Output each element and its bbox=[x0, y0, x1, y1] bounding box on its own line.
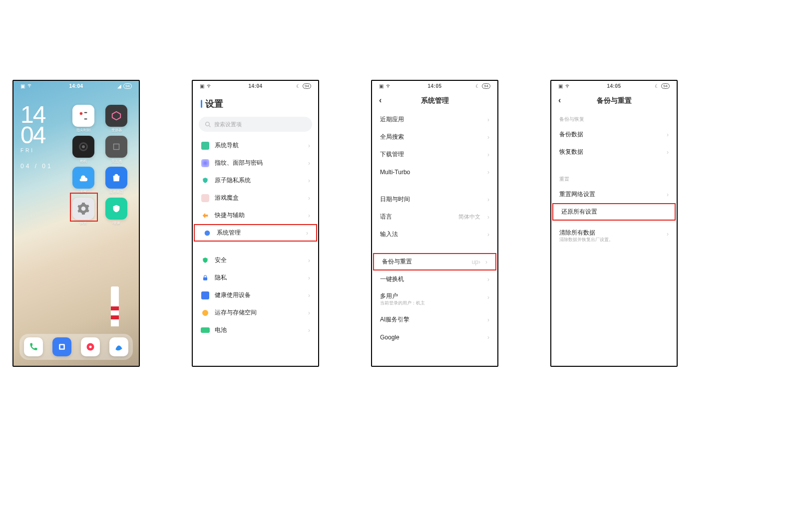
svg-rect-13 bbox=[203, 277, 207, 280]
row-ai-engine[interactable]: AI服务引擎› bbox=[372, 311, 497, 328]
row-erase-all-data[interactable]: 清除所有数据 › 清除数据并恢复出厂设置。 bbox=[551, 225, 677, 248]
signal-icon: ◢ bbox=[117, 83, 121, 89]
phone-icon bbox=[201, 141, 210, 150]
search-input[interactable]: 搜索设置项 bbox=[199, 117, 312, 132]
battery-indicator: 94 bbox=[303, 83, 311, 89]
chevron-right-icon: › bbox=[667, 131, 669, 138]
chevron-right-icon: › bbox=[487, 214, 489, 221]
status-bar: ▣ 14:05 ☾94 bbox=[551, 81, 677, 91]
app-imanager[interactable]: i管家 bbox=[105, 198, 127, 220]
clock-day: FRI bbox=[20, 149, 53, 153]
battery-indicator: 94 bbox=[482, 83, 490, 89]
search-icon bbox=[205, 121, 211, 128]
app-transformer[interactable]: 变形器 bbox=[105, 105, 127, 127]
status-bar: ▣ 14:04 ◢ 94 bbox=[13, 81, 139, 91]
page-title: 备份与重置 bbox=[597, 96, 632, 105]
chevron-right-icon: › bbox=[667, 149, 669, 156]
section-header-reset: 重置 bbox=[551, 171, 677, 186]
row-privacy[interactable]: 隐私 › bbox=[193, 269, 318, 286]
row-restore-data[interactable]: 恢复数据› bbox=[551, 143, 677, 161]
highlight-box-settings bbox=[70, 193, 98, 222]
svg-point-11 bbox=[206, 122, 210, 126]
dock bbox=[19, 334, 133, 360]
chevron-right-icon: › bbox=[308, 160, 310, 167]
section-header-backup: 备份与恢复 bbox=[551, 111, 677, 126]
row-download-manager[interactable]: 下载管理› bbox=[372, 146, 497, 163]
chevron-right-icon: › bbox=[487, 231, 489, 238]
clock-widget[interactable]: 14 04 FRI 04 / 01 bbox=[20, 105, 53, 169]
back-button[interactable]: ‹ bbox=[558, 96, 561, 105]
row-gamebox[interactable]: 游戏魔盒 › bbox=[193, 189, 318, 207]
screen-system-management: ▣ 14:05 ☾94 ‹ 系统管理 近期应用› 全局搜索› 下载管理› Mul… bbox=[371, 80, 498, 367]
clock-minutes: 04 bbox=[20, 125, 53, 146]
row-global-search[interactable]: 全局搜索› bbox=[372, 128, 497, 146]
app-camera[interactable]: 相机 bbox=[72, 136, 94, 158]
status-bar: ▣ 14:05 ☾94 bbox=[372, 81, 497, 91]
row-reset-all-settings[interactable]: 还原所有设置 bbox=[552, 203, 676, 221]
dock-music[interactable] bbox=[81, 337, 100, 356]
chevron-right-icon: › bbox=[487, 294, 489, 301]
row-fingerprint-face-password[interactable]: 指纹、面部与密码 › bbox=[193, 154, 318, 172]
chevron-right-icon: › bbox=[485, 259, 487, 266]
chevron-right-icon: › bbox=[487, 316, 489, 323]
chevron-right-icon: › bbox=[487, 276, 489, 283]
moon-icon: ☾ bbox=[296, 83, 301, 89]
page-header: ‹ 系统管理 bbox=[372, 91, 497, 111]
chevron-right-icon: › bbox=[308, 274, 310, 281]
moon-icon: ☾ bbox=[655, 83, 659, 89]
back-button[interactable]: ‹ bbox=[379, 96, 382, 105]
chevron-right-icon: › bbox=[308, 212, 310, 219]
row-date-time[interactable]: 日期与时间› bbox=[372, 191, 497, 208]
dock-album[interactable] bbox=[52, 337, 71, 356]
row-backup-reset[interactable]: 备份与重置up› › bbox=[373, 253, 496, 270]
shield-icon bbox=[201, 256, 210, 265]
app-label: 指尖时刻 bbox=[69, 128, 97, 133]
svg-point-12 bbox=[205, 230, 210, 236]
row-backup-data[interactable]: 备份数据› bbox=[551, 126, 677, 143]
row-security[interactable]: 安全 › bbox=[193, 252, 318, 269]
svg-point-0 bbox=[80, 112, 83, 115]
health-icon bbox=[201, 291, 210, 300]
row-reset-network[interactable]: 重置网络设置› bbox=[551, 186, 677, 203]
app-moments[interactable]: 指尖时刻 bbox=[72, 105, 94, 127]
search-placeholder: 搜索设置项 bbox=[214, 121, 242, 128]
chevron-right-icon: › bbox=[308, 309, 310, 316]
title-accent bbox=[201, 100, 202, 108]
svg-point-10 bbox=[89, 346, 91, 348]
row-recent-apps[interactable]: 近期应用› bbox=[372, 111, 497, 128]
row-system-navigation[interactable]: 系统导航 › bbox=[193, 137, 318, 154]
chevron-right-icon: › bbox=[308, 177, 310, 184]
svg-rect-6 bbox=[114, 144, 119, 150]
row-battery[interactable]: 电池 › bbox=[193, 321, 318, 339]
row-atom-privacy[interactable]: 原子隐私系统 › bbox=[193, 172, 318, 189]
chevron-right-icon: up› bbox=[472, 259, 480, 266]
chevron-right-icon: › bbox=[306, 230, 308, 237]
chevron-right-icon: › bbox=[487, 151, 489, 158]
row-system-management[interactable]: 系统管理 › bbox=[194, 224, 317, 242]
row-multi-turbo[interactable]: Multi-Turbo› bbox=[372, 163, 497, 181]
row-google[interactable]: Google› bbox=[372, 328, 497, 346]
app-interaction[interactable]: 交互池 bbox=[105, 136, 127, 158]
svg-rect-2 bbox=[84, 119, 87, 120]
svg-rect-1 bbox=[84, 112, 87, 113]
chevron-right-icon: › bbox=[308, 257, 310, 264]
app-weather[interactable]: 天气 bbox=[72, 167, 94, 189]
battery-icon bbox=[201, 326, 210, 335]
svg-point-5 bbox=[82, 145, 85, 148]
battery-indicator: 94 bbox=[123, 83, 132, 89]
row-health-usage[interactable]: 健康使用设备 › bbox=[193, 286, 318, 304]
chevron-right-icon: › bbox=[667, 191, 669, 198]
row-shortcut[interactable]: 快捷与辅助 › bbox=[193, 207, 318, 224]
row-storage[interactable]: 运存与存储空间 › bbox=[193, 304, 318, 321]
row-language[interactable]: 语言简体中文› bbox=[372, 208, 497, 226]
row-ime[interactable]: 输入法› bbox=[372, 226, 497, 243]
dock-phone[interactable] bbox=[24, 337, 43, 356]
chevron-right-icon: › bbox=[308, 327, 310, 334]
lock-icon bbox=[201, 273, 210, 282]
dock-browser[interactable] bbox=[109, 337, 128, 356]
app-store[interactable]: 应用商店 bbox=[105, 167, 127, 189]
status-bar: ▣ 14:04 ☾94 bbox=[193, 81, 318, 91]
row-multi-user[interactable]: 多用户 › 当前登录的用户：机主 bbox=[372, 288, 497, 311]
row-phone-clone[interactable]: 一键换机› bbox=[372, 270, 497, 288]
row-language-value: 简体中文 bbox=[458, 213, 480, 221]
